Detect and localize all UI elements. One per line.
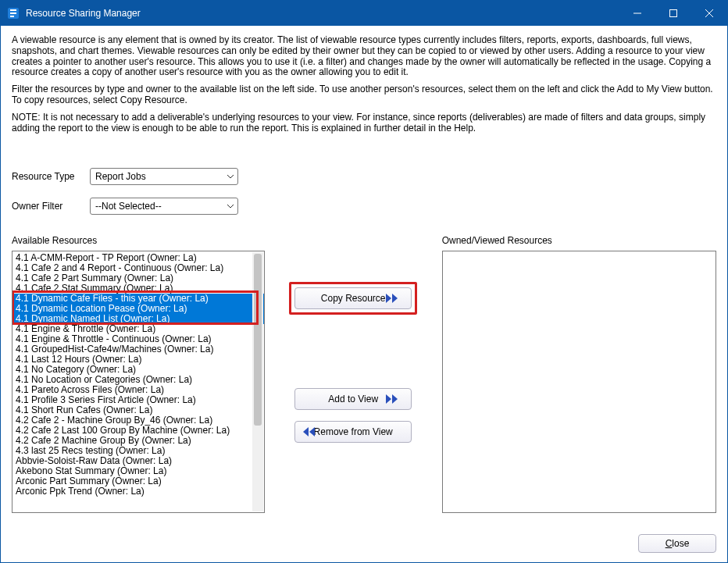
svg-marker-9 [392, 294, 398, 303]
content-area: A viewable resource is any element that … [1, 26, 727, 562]
remove-from-view-label: Remove from View [314, 426, 393, 437]
svg-marker-8 [386, 294, 391, 303]
svg-rect-3 [10, 16, 14, 17]
chevron-down-icon [227, 202, 234, 210]
description-text: A viewable resource is any element that … [12, 35, 716, 140]
actions-column: Copy Resource Add to View [265, 235, 442, 513]
available-resources-label: Available Resources [12, 235, 265, 246]
copy-resource-highlight-annotation: Copy Resource [289, 282, 417, 315]
available-column: Available Resources 4.1 A-CMM-Report - T… [12, 235, 265, 513]
owned-column: Owned/Viewed Resources [442, 235, 716, 513]
description-p1: A viewable resource is any element that … [12, 35, 716, 78]
window-buttons [619, 1, 727, 26]
remove-from-view-button[interactable]: Remove from View [294, 421, 412, 443]
minimize-button[interactable] [619, 1, 655, 26]
scrollbar[interactable] [252, 252, 263, 511]
owner-filter-value: --Not Selected-- [95, 201, 162, 212]
resource-type-value: Report Jobs [95, 171, 146, 182]
svg-rect-1 [10, 9, 16, 11]
owned-resources-listbox[interactable] [442, 251, 716, 513]
description-p3: NOTE: It is not necessary to add a deliv… [12, 112, 716, 134]
maximize-button[interactable] [655, 1, 691, 26]
svg-marker-13 [303, 427, 309, 437]
available-resources-listbox[interactable]: 4.1 A-CMM-Report - TP Report (Owner: La)… [12, 251, 265, 513]
chevron-down-icon [227, 173, 234, 180]
svg-marker-10 [386, 394, 391, 404]
titlebar: Resource Sharing Manager [1, 1, 727, 26]
owned-resources-label: Owned/Viewed Resources [442, 235, 716, 246]
double-chevron-right-icon [386, 394, 403, 404]
resource-type-row: Resource Type Report Jobs [12, 168, 716, 185]
svg-rect-2 [10, 12, 16, 14]
copy-resource-button[interactable]: Copy Resource [294, 287, 412, 309]
view-buttons-group: Add to View Remove from View [294, 388, 412, 449]
description-p2: Filter the resources by type and owner t… [12, 84, 716, 106]
owner-filter-label: Owner Filter [12, 201, 90, 212]
window-title: Resource Sharing Manager [26, 8, 141, 19]
add-to-view-button[interactable]: Add to View [294, 388, 412, 410]
owner-filter-row: Owner Filter --Not Selected-- [12, 198, 716, 215]
filters-section: Resource Type Report Jobs Owner Filter -… [12, 168, 716, 227]
resource-sharing-manager-window: Resource Sharing Manager A viewable reso… [0, 0, 728, 563]
resource-type-label: Resource Type [12, 171, 90, 182]
svg-marker-11 [392, 394, 398, 404]
double-chevron-right-icon [386, 293, 403, 304]
double-chevron-left-icon [303, 426, 320, 437]
close-window-button[interactable] [691, 1, 727, 26]
copy-resource-label: Copy Resource [321, 293, 386, 304]
close-button-label: Close [666, 538, 690, 549]
owner-filter-select[interactable]: --Not Selected-- [90, 198, 238, 215]
svg-rect-5 [670, 10, 677, 17]
dialog-footer: Close [638, 534, 716, 553]
close-button[interactable]: Close [638, 534, 716, 553]
resource-type-select[interactable]: Report Jobs [90, 168, 238, 185]
list-item[interactable]: Arconic Ppk Trend (Owner: La) [14, 486, 264, 497]
app-icon [7, 7, 20, 20]
available-resources-items: 4.1 A-CMM-Report - TP Report (Owner: La)… [12, 251, 264, 512]
svg-marker-12 [309, 427, 315, 437]
columns: Available Resources 4.1 A-CMM-Report - T… [12, 235, 716, 513]
add-to-view-label: Add to View [328, 394, 378, 404]
scrollbar-thumb[interactable] [254, 254, 262, 426]
